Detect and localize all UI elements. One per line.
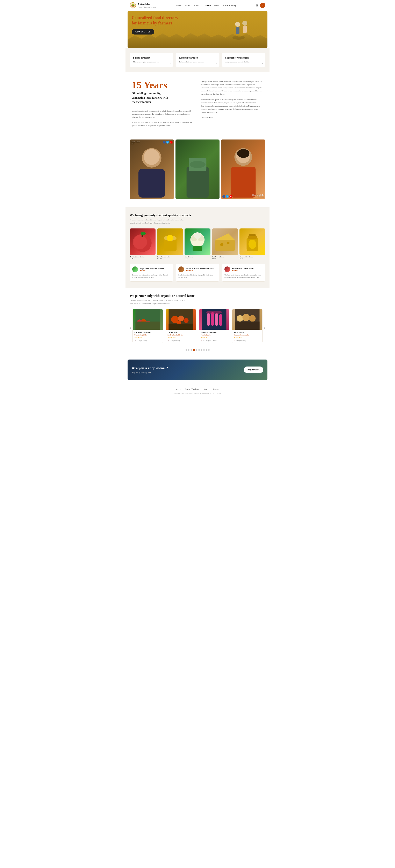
partner-info-4: Say Cheese Organic cheese supplier ★★★★★…: [232, 330, 262, 343]
location-pin-icon-3: 📍: [201, 340, 203, 341]
footer-contact[interactable]: Contact: [213, 388, 220, 390]
years-para1: Lorem ipsum dolor sit amet, consectetur …: [132, 110, 195, 119]
review-title-3: Jam Season - Fruit Jams: [232, 267, 254, 270]
eddie-youtube[interactable]: ▶: [170, 141, 173, 144]
svg-point-25: [141, 232, 146, 235]
partner-loc-3: 📍 Los Angeles County: [201, 340, 228, 341]
hero-heading-post: for farmers by farmers: [132, 21, 172, 25]
carousel-dots: [130, 349, 265, 351]
review-title-2: Fruits & Juices Selection Basket: [186, 267, 214, 270]
review-header-1: Vegetables Selection Basket ★★★★: [132, 267, 171, 272]
nav-add-listing[interactable]: + Add Listing: [223, 4, 236, 7]
svg-point-3: [132, 4, 134, 5]
clara-role: PR Lead: [252, 196, 264, 198]
partner-stars-2: ★★★★★: [167, 337, 194, 339]
partner-cat-3: Food & Drinks: [201, 334, 228, 336]
carousel-prev[interactable]: ‹: [130, 326, 131, 330]
partner-card-3[interactable]: Tropical Fountain Food & Drinks ★★★★ 📍 L…: [199, 309, 229, 343]
svg-rect-40: [249, 234, 255, 236]
product-grid: Red Delicious Apples $1.99 Pure Natural …: [130, 228, 265, 260]
dot-7[interactable]: [201, 349, 202, 351]
product-item-5[interactable]: Natural Raw Honey $5.69: [239, 228, 265, 260]
product-item-4[interactable]: Red Cow Cheese $8.57: [212, 228, 238, 260]
brand-logo[interactable]: Citadela Farms Directory Layout: [130, 2, 156, 9]
dot-10[interactable]: [208, 349, 209, 351]
dot-2[interactable]: [188, 349, 190, 351]
partners-title: We partner only with organic or natural …: [130, 294, 265, 298]
footer-news[interactable]: News: [204, 388, 208, 390]
review-text-1: Love the convenience these baskets provi…: [132, 274, 171, 279]
product-img-5: [239, 228, 265, 255]
partner-stars-1: ★★★★★: [134, 337, 161, 339]
dot-9[interactable]: [206, 349, 207, 351]
svg-rect-57: [219, 314, 222, 326]
location-pin-icon-4: 📍: [234, 340, 236, 341]
feature-desc-support: Aliquam rutrum imperdiet elit et: [225, 61, 262, 63]
product-item-3[interactable]: Cauliflower $2.0: [185, 228, 210, 260]
feature-title-farms: Farms directory: [133, 56, 170, 59]
dot-8[interactable]: [203, 349, 205, 351]
eddie-twitter[interactable]: t: [166, 141, 169, 144]
svg-point-5: [235, 22, 240, 27]
feature-arrow-eshop[interactable]: ›: [216, 62, 217, 64]
cta-register-button[interactable]: Register Now.: [244, 367, 263, 373]
hero-cta-button[interactable]: CONTACT US: [132, 29, 154, 34]
nav-about[interactable]: About: [205, 4, 211, 7]
grid-icon[interactable]: ⊞: [256, 4, 258, 7]
product-item-1[interactable]: Red Delicious Apples $1.99: [130, 228, 156, 260]
nav-products[interactable]: Products: [194, 4, 202, 7]
clara-socials: f t ▶: [222, 195, 232, 198]
years-quote1: Quisque vel mi blandit, varius erat vita…: [201, 80, 263, 96]
dot-1[interactable]: [186, 349, 187, 351]
partner-img-4: [232, 309, 262, 330]
product-name-1: Red Delicious Apples: [130, 256, 156, 258]
location-pin-icon-1: 📍: [134, 340, 136, 341]
svg-rect-19: [231, 166, 256, 197]
product-item-2[interactable]: Pure Natural Ghee $11.99: [157, 228, 183, 260]
clara-facebook[interactable]: f: [222, 195, 225, 198]
partner-card-2[interactable]: Tutti Frutti Fresh & Candied Fruits ★★★★…: [166, 309, 196, 343]
nav-links: Home Farms Products About News + Add Lis…: [176, 4, 236, 7]
review-stars-2: ★★★★★: [186, 270, 214, 272]
feature-card-farms: Farms directory Maecenas feugiat quam in…: [130, 53, 173, 67]
partner-img-2: [166, 309, 196, 330]
eddie-facebook[interactable]: f: [163, 141, 166, 144]
nav-farms[interactable]: Farms: [185, 4, 191, 7]
partner-4-visual: [232, 309, 262, 330]
partner-card-4[interactable]: Say Cheese Organic cheese supplier ★★★★★…: [232, 309, 262, 343]
footer-nav: About Login / Register News Contact: [125, 384, 270, 393]
team-card-eddie: Eddie Rose CEO f t ▶: [130, 140, 174, 199]
hero-section: Centralized food directory for farmers b…: [128, 11, 267, 48]
svg-rect-14: [187, 166, 208, 197]
footer-about[interactable]: About: [175, 388, 180, 390]
user-avatar[interactable]: U: [260, 3, 265, 8]
partner-card-1[interactable]: Eat Your Vitamins Organic Vegetables ★★★…: [133, 309, 163, 343]
dot-3[interactable]: [191, 349, 192, 351]
cta-section: Are you a shop owner? Register your shop…: [128, 360, 267, 380]
carousel-next[interactable]: ›: [264, 326, 265, 330]
dot-6[interactable]: [198, 349, 200, 351]
svg-point-32: [194, 232, 201, 239]
dot-4[interactable]: [193, 349, 195, 351]
feature-arrow-farms[interactable]: ›: [170, 62, 171, 64]
clara-youtube[interactable]: ▶: [229, 195, 232, 198]
nav-home[interactable]: Home: [176, 4, 181, 7]
partner-loc-1: 📍 Orange County: [134, 340, 161, 341]
products-section: We bring you only the best quality produ…: [125, 207, 270, 288]
svg-point-61: [243, 314, 250, 321]
review-text-2: Really he best deal featuring high quali…: [178, 274, 217, 279]
svg-point-4: [232, 35, 245, 40]
cta-content: Are you a shop owner? Register your shop…: [128, 366, 244, 373]
clara-twitter[interactable]: t: [226, 195, 229, 198]
clara-person: [221, 140, 265, 198]
review-stars-3: ★★★★: [232, 270, 254, 272]
product-price-2: $11.99: [157, 258, 183, 260]
feature-arrow-support[interactable]: ›: [262, 62, 263, 64]
nav-news[interactable]: News: [214, 4, 219, 7]
svg-point-7: [242, 21, 247, 26]
cta-heading: Are you a shop owner?: [132, 366, 240, 370]
dot-5[interactable]: [196, 349, 197, 351]
hero-heading: Centralized food directory for farmers b…: [132, 15, 178, 26]
review-card-1: Vegetables Selection Basket ★★★★ Love th…: [130, 264, 173, 282]
footer-login[interactable]: Login / Register: [186, 388, 199, 390]
